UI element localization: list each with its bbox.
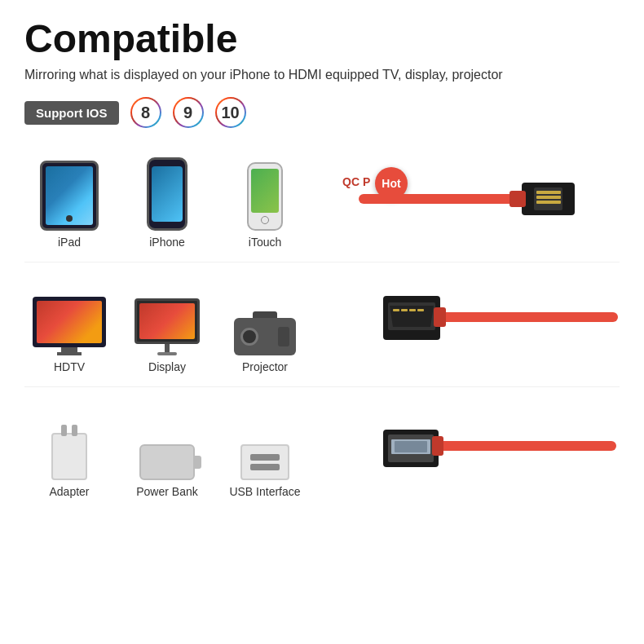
page: Compatible Mirroring what is displayed o…	[0, 0, 644, 644]
adapter-icon	[51, 433, 87, 480]
svg-rect-21	[432, 436, 443, 456]
svg-rect-11	[401, 309, 408, 311]
cable-svg-2	[375, 280, 620, 369]
device-itouch: iTouch	[220, 162, 310, 249]
svg-rect-10	[393, 309, 399, 311]
device-powerbank: Power Bank	[122, 444, 212, 498]
usb-label: USB Interface	[229, 485, 300, 498]
device-display: Display	[122, 298, 212, 373]
svg-rect-20	[437, 441, 616, 451]
divider-2	[24, 386, 620, 387]
svg-rect-12	[409, 309, 416, 311]
device-projector: Projector	[220, 318, 310, 373]
svg-rect-5	[536, 201, 561, 204]
support-ios-badge: Support IOS	[24, 101, 119, 125]
hdtv-icon	[33, 297, 106, 355]
projector-label: Projector	[242, 360, 288, 373]
itouch-icon	[247, 162, 283, 231]
page-title: Compatible	[24, 16, 620, 61]
adapter-label: Adapter	[49, 485, 89, 498]
ipad-icon	[40, 161, 99, 231]
iphone-label: iPhone	[149, 236, 185, 249]
display-label: Display	[148, 360, 186, 373]
cable-svg-1	[359, 171, 620, 236]
svg-rect-6	[509, 191, 526, 207]
device-adapter: Adapter	[24, 433, 114, 498]
svg-marker-9	[390, 306, 434, 327]
hdtv-label: HDTV	[54, 360, 85, 373]
iphone-icon	[147, 157, 187, 231]
itouch-label: iTouch	[249, 236, 281, 249]
svg-rect-14	[439, 312, 618, 322]
svg-rect-13	[417, 309, 424, 311]
divider-1	[24, 262, 620, 262]
row-apple-devices: iPad iPhone iTouch	[24, 151, 620, 249]
cable-svg-3	[375, 408, 620, 498]
device-iphone: iPhone	[122, 157, 212, 249]
svg-rect-4	[536, 196, 561, 199]
display-icon	[135, 298, 200, 355]
powerbank-label: Power Bank	[136, 485, 197, 498]
ios-version-8: 8	[130, 97, 161, 128]
svg-rect-3	[536, 191, 561, 194]
device-ipad: iPad	[24, 161, 114, 249]
row-output-devices: HDTV Display	[24, 276, 620, 373]
projector-icon	[234, 318, 296, 355]
ios-support-bar: Support IOS 8 9 10	[24, 97, 620, 128]
ipad-label: iPad	[58, 236, 81, 249]
device-usb: USB Interface	[220, 444, 310, 498]
powerbank-icon	[139, 444, 195, 480]
device-hdtv: HDTV	[24, 297, 114, 373]
ios-version-10: 10	[215, 97, 246, 128]
page-subtitle: Mirroring what is displayed on your iPho…	[24, 68, 620, 82]
svg-rect-19	[395, 441, 427, 452]
usb-icon	[240, 444, 289, 480]
cable-row1-area: QC P Hot	[342, 159, 620, 249]
svg-rect-15	[434, 307, 446, 327]
row-power-devices: Adapter Power Bank USB	[24, 400, 620, 498]
svg-rect-0	[359, 194, 522, 204]
ios-version-9: 9	[173, 97, 204, 128]
